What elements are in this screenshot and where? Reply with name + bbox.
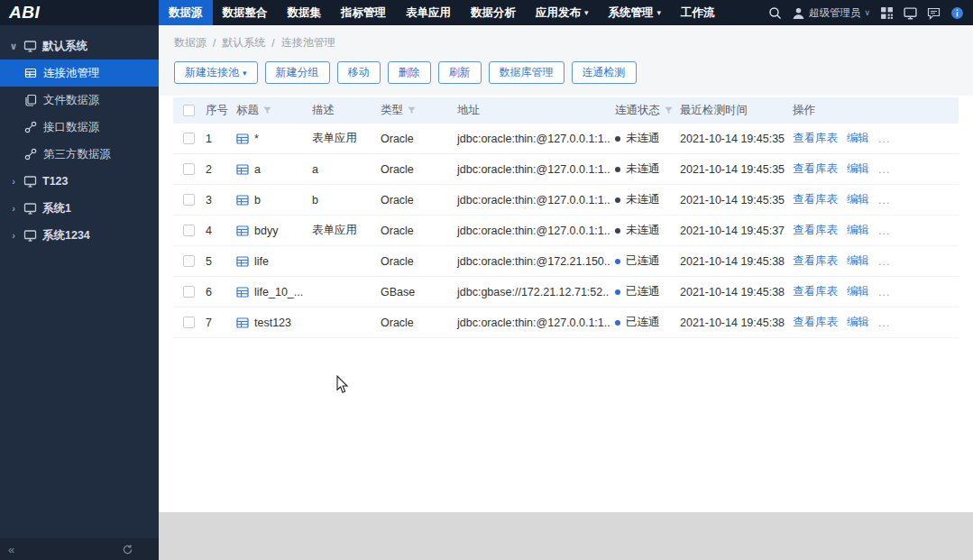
edit-link[interactable]: 编辑: [847, 161, 869, 177]
breadcrumb-separator: /: [213, 37, 216, 50]
message-icon[interactable]: [927, 6, 941, 20]
datasource-table-icon: [236, 317, 249, 329]
sidebar-system-item[interactable]: ∨ 默认系统: [0, 32, 159, 60]
row-type: Oracle: [375, 133, 452, 145]
row-index: 7: [200, 317, 231, 329]
topbar-nav-item[interactable]: 数据整合: [213, 0, 278, 25]
app-logo: ABI: [0, 0, 159, 25]
row-checkbox[interactable]: [183, 255, 195, 267]
edit-link[interactable]: 编辑: [847, 253, 869, 269]
table-row: 2 a a Oracle jdbc:oracle:thin:@127.0.0.1…: [173, 154, 959, 185]
row-index: 3: [200, 194, 231, 207]
sidebar-footer: «: [0, 538, 159, 560]
user-menu[interactable]: 超级管理员 ∨: [792, 6, 870, 20]
row-description: 表单应用: [307, 131, 375, 146]
refresh-icon[interactable]: [122, 544, 133, 555]
info-icon[interactable]: [950, 6, 964, 20]
topbar-nav-item[interactable]: 工作流: [671, 0, 725, 25]
row-checkbox[interactable]: [183, 286, 195, 298]
sidebar-child-item[interactable]: 第三方数据源: [0, 141, 159, 168]
topbar-nav: 数据源 数据整合 数据集 指标管理 表单应用 数据分析 应用发布 ▾ 系统管理 …: [159, 0, 725, 25]
tree-expand-icon[interactable]: ›: [9, 230, 18, 241]
more-actions[interactable]: ...: [878, 255, 890, 268]
row-checkbox[interactable]: [183, 317, 195, 328]
row-title: a: [254, 163, 261, 176]
row-status: 未连通: [626, 223, 660, 238]
main-content: 数据源/默认系统/连接池管理 新建连接池 ▾ 新建分组 移动 删除 刷新 数据库…: [159, 25, 973, 512]
more-actions[interactable]: ...: [878, 225, 890, 237]
topbar-nav-item[interactable]: 表单应用: [396, 0, 461, 25]
nav-item-label: 数据集: [288, 5, 322, 21]
view-tables-link[interactable]: 查看库表: [793, 131, 838, 146]
topbar-nav-item[interactable]: 应用发布 ▾: [526, 0, 599, 25]
table-row: 4 bdyy 表单应用 Oracle jdbc:oracle:thin:@127…: [173, 216, 959, 246]
toolbar-button[interactable]: 移动: [337, 61, 381, 84]
toolbar-button[interactable]: 新建分组: [265, 61, 330, 84]
breadcrumb-item[interactable]: 连接池管理: [281, 35, 335, 50]
row-checkbox[interactable]: [183, 194, 195, 206]
view-tables-link[interactable]: 查看库表: [793, 223, 838, 238]
more-actions[interactable]: ...: [878, 317, 890, 329]
monitor-icon: [23, 175, 37, 188]
row-title: *: [254, 133, 259, 145]
view-tables-link[interactable]: 查看库表: [793, 161, 838, 177]
topbar-nav-item[interactable]: 指标管理: [331, 0, 396, 25]
row-checkbox[interactable]: [183, 133, 195, 144]
sidebar-system-item[interactable]: › 系统1234: [0, 222, 159, 249]
tree-expand-icon[interactable]: ›: [9, 176, 18, 187]
screen-icon[interactable]: [904, 6, 917, 20]
edit-link[interactable]: 编辑: [847, 315, 869, 330]
qr-code-icon[interactable]: [880, 6, 894, 20]
tree-expand-icon[interactable]: ∨: [9, 41, 18, 52]
more-actions[interactable]: ...: [878, 133, 890, 145]
more-actions[interactable]: ...: [878, 194, 890, 207]
more-actions[interactable]: ...: [878, 286, 890, 298]
row-time: 2021-10-14 19:45:35: [675, 194, 787, 207]
row-address: jdbc:oracle:thin:@127.0.0.1:1...: [452, 225, 610, 237]
view-tables-link[interactable]: 查看库表: [793, 284, 838, 299]
sidebar-system-item[interactable]: › 系统1: [0, 195, 159, 222]
filter-icon[interactable]: [407, 106, 417, 115]
more-actions[interactable]: ...: [878, 163, 890, 176]
sidebar-system-item[interactable]: › T123: [0, 168, 159, 195]
filter-icon[interactable]: [664, 106, 674, 115]
toolbar-button[interactable]: 新建连接池 ▾: [174, 61, 258, 84]
topbar-nav-item[interactable]: 数据集: [278, 0, 332, 25]
tree-expand-icon[interactable]: ›: [9, 203, 18, 214]
table-grid-icon: [24, 67, 37, 79]
topbar: ABI 数据源 数据整合 数据集 指标管理 表单应用 数据分析 应用发布 ▾ 系…: [0, 0, 973, 25]
view-tables-link[interactable]: 查看库表: [793, 253, 838, 269]
datasource-table-icon: [236, 225, 249, 237]
sidebar-child-item[interactable]: 连接池管理: [0, 60, 159, 87]
topbar-nav-item[interactable]: 数据分析: [461, 0, 526, 25]
toolbar-button[interactable]: 刷新: [438, 61, 482, 84]
breadcrumb-item[interactable]: 默认系统: [222, 35, 265, 50]
breadcrumb-item[interactable]: 数据源: [174, 35, 207, 50]
topbar-right: 超级管理员 ∨: [768, 0, 973, 25]
toolbar-button[interactable]: 删除: [388, 61, 431, 84]
sidebar-child-label: 接口数据源: [43, 120, 100, 135]
filter-icon[interactable]: [262, 106, 272, 115]
toolbar-button[interactable]: 数据库管理: [489, 61, 565, 84]
header-address: 地址: [452, 103, 610, 118]
row-address: jdbc:oracle:thin:@127.0.0.1:1...: [452, 194, 610, 207]
sidebar-child-item[interactable]: 文件数据源: [0, 87, 159, 114]
edit-link[interactable]: 编辑: [847, 131, 869, 146]
edit-link[interactable]: 编辑: [847, 284, 869, 299]
row-checkbox[interactable]: [183, 163, 195, 175]
toolbar-button[interactable]: 连通检测: [572, 61, 637, 84]
row-status: 未连通: [626, 131, 660, 146]
search-icon[interactable]: [768, 6, 782, 20]
row-checkbox[interactable]: [183, 225, 195, 236]
view-tables-link[interactable]: 查看库表: [793, 315, 838, 330]
view-tables-link[interactable]: 查看库表: [793, 192, 838, 207]
edit-link[interactable]: 编辑: [847, 192, 869, 207]
edit-link[interactable]: 编辑: [847, 223, 869, 238]
select-all-checkbox[interactable]: [183, 105, 195, 116]
sidebar-child-item[interactable]: 接口数据源: [0, 114, 159, 141]
chevron-down-icon: ▾: [657, 8, 662, 17]
topbar-nav-item[interactable]: 系统管理 ▾: [599, 0, 672, 25]
topbar-nav-item[interactable]: 数据源: [159, 0, 213, 25]
row-address: jdbc:gbase://172.21.12.71:52...: [452, 286, 610, 298]
collapse-sidebar-icon[interactable]: «: [8, 543, 14, 556]
